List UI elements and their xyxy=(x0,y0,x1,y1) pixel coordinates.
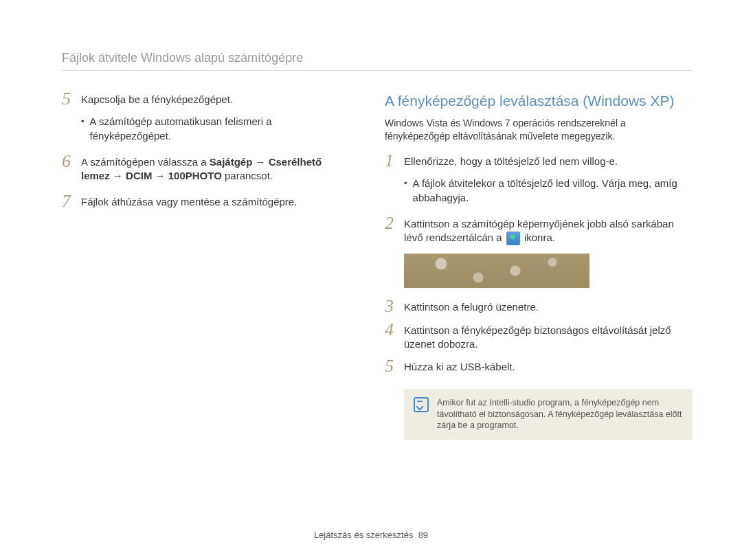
note-text: Amikor fut az Intelli-studio program, a … xyxy=(437,397,683,432)
safely-remove-icon xyxy=(506,232,520,245)
step-number: 2 xyxy=(385,214,404,232)
text-fragment: A számítógépen válassza a xyxy=(81,156,210,168)
step-number: 1 xyxy=(385,152,404,170)
note-box: Amikor fut az Intelli-studio program, a … xyxy=(404,389,693,440)
step-number: 6 xyxy=(62,153,81,170)
step-number: 3 xyxy=(385,298,404,315)
section-heading: A fényképezőgép leválasztása (Windows XP… xyxy=(385,91,693,111)
step-body: Ellenőrizze, hogy a töltésjelző led nem … xyxy=(404,153,693,168)
step-body: Kattintson a számítógép képernyőjének jo… xyxy=(404,216,693,245)
step-body: Kattintson a felugró üzenetre. xyxy=(404,299,693,314)
step-body: Húzza ki az USB-kábelt. xyxy=(404,359,693,374)
r-step-2: 2 Kattintson a számítógép képernyőjének … xyxy=(385,216,693,245)
r-step-5: 5 Húzza ki az USB-kábelt. xyxy=(385,359,693,375)
page-footer: Lejátszás és szerkesztés 89 xyxy=(0,529,742,541)
right-column: A fényképezőgép leválasztása (Windows XP… xyxy=(385,91,693,440)
step-6: 6 A számítógépen válassza a Sajátgép → C… xyxy=(62,154,350,183)
note-icon xyxy=(414,397,429,412)
arrow-text: → xyxy=(110,170,126,181)
page-title: Fájlok átvitele Windows alapú számítógép… xyxy=(62,49,693,71)
bold-text: DCIM xyxy=(126,170,152,181)
step-number: 4 xyxy=(385,321,404,339)
document-page: Fájlok átvitele Windows alapú számítógép… xyxy=(0,0,742,440)
step-number: 5 xyxy=(62,90,81,108)
arrow-text: → xyxy=(252,156,268,168)
step-number: 7 xyxy=(62,192,81,210)
step-7: 7 Fájlok áthúzása vagy mentése a számító… xyxy=(62,194,350,210)
system-tray-popup-image xyxy=(404,254,589,288)
step-body: Fájlok áthúzása vagy mentése a számítógé… xyxy=(81,194,350,209)
bullet-dot: • xyxy=(81,115,85,128)
step-5: 5 Kapcsolja be a fényképezőgépet. xyxy=(62,91,350,108)
left-column: 5 Kapcsolja be a fényképezőgépet. • A sz… xyxy=(62,91,350,440)
r-step-1-note: • A fájlok átvitelekor a töltésjelző led… xyxy=(404,177,693,205)
step-number: 5 xyxy=(385,357,404,375)
footer-section: Lejátszás és szerkesztés xyxy=(314,530,414,540)
r-step-3: 3 Kattintson a felugró üzenetre. xyxy=(385,299,693,315)
step-body: A számítógépen válassza a Sajátgép → Cse… xyxy=(81,154,350,183)
bullet-dot: • xyxy=(404,177,407,190)
bold-text: Sajátgép xyxy=(210,156,253,168)
bullet-text: A fájlok átvitelekor a töltésjelző led v… xyxy=(413,177,693,205)
step-body: Kattintson a fényképezőgép biztonságos e… xyxy=(404,322,693,352)
bold-text: 100PHOTO xyxy=(168,170,222,181)
bullet-text: A számítógép automatikusan felismeri a f… xyxy=(90,115,350,143)
step-5-note: • A számítógép automatikusan felismeri a… xyxy=(81,115,350,143)
arrow-text: → xyxy=(152,170,168,181)
text-fragment: ikonra. xyxy=(524,232,555,243)
text-fragment: parancsot. xyxy=(222,170,273,181)
step-body: Kapcsolja be a fényképezőgépet. xyxy=(81,91,350,107)
intro-paragraph: Windows Vista és Windows 7 operációs ren… xyxy=(385,117,693,143)
content-columns: 5 Kapcsolja be a fényképezőgépet. • A sz… xyxy=(62,91,693,440)
r-step-1: 1 Ellenőrizze, hogy a töltésjelző led ne… xyxy=(385,153,693,170)
r-step-4: 4 Kattintson a fényképezőgép biztonságos… xyxy=(385,322,693,352)
footer-page-number: 89 xyxy=(418,530,428,540)
